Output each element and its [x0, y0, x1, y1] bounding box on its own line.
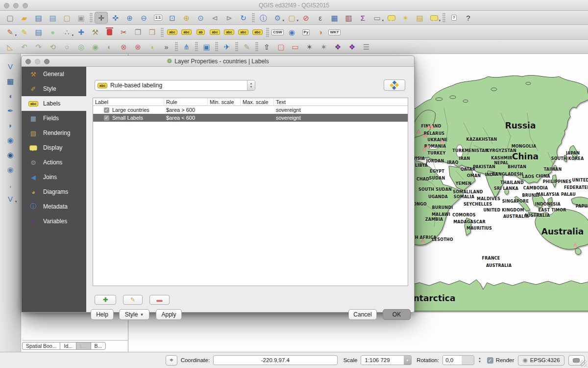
- magic-wand-icon[interactable]: ✶: [317, 41, 330, 53]
- rotation-stepper[interactable]: ▲▼: [476, 355, 483, 365]
- zoom-out-icon[interactable]: ⊖: [137, 12, 150, 24]
- column-header-min-scale[interactable]: Min. scale: [208, 98, 241, 106]
- paste-features-icon[interactable]: ❒: [146, 26, 159, 38]
- resize-grip[interactable]: [580, 360, 587, 367]
- sidebar-item-fields[interactable]: ▦Fields: [22, 111, 86, 126]
- extent-canvas-icon[interactable]: ▭: [289, 41, 302, 53]
- style-menu-button[interactable]: Style▼: [119, 309, 149, 320]
- composer-manager-icon[interactable]: ▣: [74, 12, 88, 24]
- customization-icon[interactable]: ◑: [314, 26, 327, 38]
- georeferencer-icon[interactable]: ▣: [200, 41, 213, 53]
- split-features-icon[interactable]: ⋔: [180, 41, 193, 53]
- close-window-button[interactable]: [4, 3, 9, 8]
- simplify-feature-icon[interactable]: ○: [60, 41, 74, 53]
- add-postgis-layer-icon[interactable]: ◖: [4, 90, 17, 102]
- sketch-wand-icon[interactable]: ✶: [303, 41, 316, 53]
- label-engine-settings-button[interactable]: [384, 79, 405, 91]
- fill-ring-icon[interactable]: ◐: [103, 41, 116, 53]
- column-header-rule[interactable]: Rule: [164, 98, 208, 106]
- pan-to-selection-icon[interactable]: ✜: [109, 12, 122, 24]
- sidebar-item-rendering[interactable]: ▨Rendering: [22, 126, 86, 140]
- new-project-icon[interactable]: ▢: [3, 12, 17, 24]
- statistics-icon[interactable]: Σ: [356, 12, 369, 24]
- edit-rule-button[interactable]: ✎: [123, 295, 143, 305]
- add-mssql-layer-icon[interactable]: ◗: [4, 119, 17, 131]
- metasearch-icon[interactable]: CSW: [271, 26, 284, 38]
- sidebar-item-metadata[interactable]: ⓘMetadata: [22, 199, 86, 214]
- identify-features-icon[interactable]: ⓘ: [257, 12, 270, 24]
- dock-tab-l[interactable]: L...: [76, 342, 91, 350]
- rule-row[interactable]: ✓Large countries$area > 600sovereignt: [93, 106, 408, 114]
- text-annotation-icon[interactable]: [427, 12, 441, 24]
- column-header-text[interactable]: Text: [274, 98, 408, 106]
- rotate-feature-icon[interactable]: ⟲: [46, 41, 59, 53]
- new-shapefile-layer-icon[interactable]: V: [4, 193, 17, 205]
- reshape-features-icon[interactable]: ◖: [146, 41, 159, 53]
- open-project-icon[interactable]: ▰: [18, 12, 31, 24]
- add-raster-layer-icon[interactable]: ▦: [4, 75, 17, 87]
- column-header-label[interactable]: Label: [93, 98, 164, 106]
- zoom-last-icon[interactable]: ⊲: [208, 12, 221, 24]
- coordinate-input[interactable]: -220.9,97.4: [213, 355, 338, 365]
- redo-icon[interactable]: ↷: [32, 41, 45, 53]
- toggle-editing-icon[interactable]: ✎: [18, 26, 31, 38]
- labeling-mode-dropdown[interactable]: abc Rule-based labeling ▲▼: [95, 80, 255, 91]
- minimize-window-button[interactable]: [13, 3, 19, 8]
- rule-checkbox[interactable]: ✓: [104, 107, 109, 113]
- zoom-to-selection-icon[interactable]: ⊕: [180, 12, 193, 24]
- sidebar-item-display[interactable]: Display: [22, 140, 86, 155]
- attribute-table-icon[interactable]: ▦: [328, 12, 341, 24]
- select-by-expression-icon[interactable]: ε: [314, 12, 327, 24]
- sidebar-item-style[interactable]: ✐Style: [22, 81, 86, 96]
- style-book-1-icon[interactable]: ❖: [331, 41, 344, 53]
- osm-tools-icon[interactable]: ✈: [220, 41, 233, 53]
- add-part-icon[interactable]: ◉: [89, 41, 102, 53]
- help-contents-icon[interactable]: ?: [447, 12, 461, 24]
- feature-edit-tool-icon[interactable]: ⚒: [89, 26, 102, 38]
- select-features-icon[interactable]: ▢: [285, 12, 298, 24]
- cancel-button[interactable]: Cancel: [348, 309, 377, 320]
- sidebar-item-joins[interactable]: ◀Joins: [22, 170, 86, 184]
- add-wcs-layer-icon[interactable]: ◉: [4, 163, 17, 175]
- save-project-as-icon[interactable]: ▤: [46, 12, 59, 24]
- move-label-icon[interactable]: abc: [222, 26, 236, 38]
- delete-ring-icon[interactable]: ⊗: [117, 41, 130, 53]
- whats-this-icon[interactable]: ?: [462, 12, 475, 24]
- dialog-maximize-button[interactable]: [44, 59, 49, 64]
- add-vector-layer-icon[interactable]: V: [4, 60, 17, 72]
- rotation-spinbox[interactable]: 0,0: [442, 355, 474, 365]
- deselect-features-icon[interactable]: ⊘: [299, 12, 313, 24]
- move-feature-icon[interactable]: ✚: [74, 26, 88, 38]
- sidebar-item-actions[interactable]: ⚙Actions: [22, 155, 86, 170]
- new-bookmark-icon[interactable]: ✶: [399, 12, 412, 24]
- rotate-label-icon[interactable]: abc: [237, 26, 250, 38]
- add-spatialite-layer-icon[interactable]: ✒: [4, 105, 17, 116]
- delete-selected-icon[interactable]: [103, 26, 116, 38]
- delete-part-icon[interactable]: ⊗: [131, 41, 145, 53]
- cut-features-icon[interactable]: ✂: [117, 26, 130, 38]
- save-layer-edits-icon[interactable]: ▤: [32, 26, 45, 38]
- add-layer-group-icon[interactable]: ☰: [360, 41, 373, 53]
- column-header-max-scale[interactable]: Max. scale: [241, 98, 274, 106]
- scale-dropdown[interactable]: 1:106 729 001 ▼: [361, 355, 412, 365]
- help-button[interactable]: Help: [91, 309, 114, 320]
- dock-tab-b[interactable]: B...: [91, 342, 106, 350]
- ok-button[interactable]: OK: [383, 309, 411, 320]
- add-oracle-layer-icon[interactable]: ◉: [4, 134, 17, 146]
- zoom-next-icon[interactable]: ⊳: [222, 12, 236, 24]
- render-checkbox[interactable]: ✓: [487, 357, 493, 364]
- north-arrow-icon[interactable]: ⇧: [260, 41, 273, 53]
- show-bookmarks-icon[interactable]: ▤: [413, 12, 426, 24]
- sidebar-item-variables[interactable]: εVariables: [22, 214, 86, 229]
- field-calculator-icon[interactable]: ▥: [342, 12, 355, 24]
- dock-tab-id[interactable]: Id...: [60, 342, 76, 350]
- wkt-plugin-icon[interactable]: WKT: [328, 26, 341, 38]
- edit-geometry-icon[interactable]: ✎: [240, 41, 253, 53]
- python-console-icon[interactable]: Py: [299, 26, 313, 38]
- node-tool-icon[interactable]: ∴: [60, 26, 74, 38]
- show-hide-labels-icon[interactable]: abc: [208, 26, 221, 38]
- dialog-minimize-button[interactable]: [35, 59, 40, 64]
- new-composer-icon[interactable]: ▢: [60, 12, 74, 24]
- refresh-icon[interactable]: ↻: [237, 12, 250, 24]
- zoom-to-layer-icon[interactable]: ⊙: [194, 12, 207, 24]
